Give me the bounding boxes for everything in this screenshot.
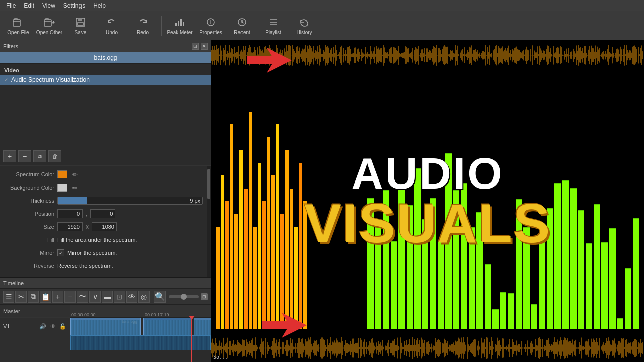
v1-track-icons: 🔊 👁 🔓 xyxy=(39,322,67,330)
history-button[interactable]: History xyxy=(289,13,319,39)
zoom-fit-button[interactable]: ⊡ xyxy=(201,293,208,300)
peak-meter-icon xyxy=(174,16,186,28)
filter-remove-button[interactable]: − xyxy=(18,150,31,162)
filters-header: Filters ⊡ ✕ xyxy=(0,40,211,52)
thickness-slider[interactable]: 9 px xyxy=(57,197,203,205)
orange-spectrum-bars xyxy=(211,68,312,334)
reverse-label: Reverse xyxy=(4,263,54,269)
timeline-cut-button[interactable]: ✂ xyxy=(15,291,26,303)
spectrum-color-label: Spectrum Color xyxy=(4,171,54,177)
timeline-add-button[interactable]: + xyxy=(52,291,63,303)
position-row: Position , xyxy=(0,207,207,220)
position-label: Position xyxy=(4,211,54,217)
clip-3-waveform xyxy=(194,320,211,335)
properties-button[interactable]: i Properties xyxy=(196,13,226,39)
size-w-input[interactable] xyxy=(57,222,83,231)
timeline-menu-button[interactable]: ☰ xyxy=(3,291,14,303)
recent-button[interactable]: Recent xyxy=(227,13,257,39)
properties-scrollbar[interactable] xyxy=(207,166,211,277)
timeline-copy-button[interactable]: ⧉ xyxy=(28,291,39,303)
timeline-sync-button[interactable]: ◎ xyxy=(138,291,149,303)
background-color-swatch[interactable] xyxy=(57,184,67,192)
clip-2[interactable] xyxy=(143,318,191,335)
playlist-button[interactable]: Playlist xyxy=(258,13,288,39)
mirror-row: Mirror ✓ Mirror the spectrum. xyxy=(0,246,207,259)
open-other-button[interactable]: Open Other xyxy=(34,13,64,39)
timeline-snap-button[interactable]: ⊡ xyxy=(114,291,125,303)
main-layout: Filters ⊡ ✕ bats.ogg Video ✓ Audio Spect… xyxy=(0,40,644,362)
clip-bats[interactable]: bats.ogg xyxy=(70,318,141,335)
playlist-icon xyxy=(267,16,279,28)
filter-category-video: Video xyxy=(0,66,211,75)
thickness-label: Thickness xyxy=(4,198,54,204)
size-h-input[interactable] xyxy=(92,222,117,231)
filter-actions: + − ⧉ 🗑 xyxy=(0,147,211,166)
menu-settings[interactable]: Settings xyxy=(59,1,89,10)
timeline-wave-button[interactable]: 〜 xyxy=(77,291,88,303)
properties-panel: Spectrum Color ✏ Background Color ✏ Thic… xyxy=(0,166,207,277)
preview-panel: AUDIO VISUALS So... xyxy=(211,40,644,362)
toolbar-separator-1 xyxy=(161,16,162,36)
master-track-label: Master xyxy=(0,305,70,318)
svg-rect-5 xyxy=(175,23,177,26)
filters-restore-button[interactable]: ⊡ xyxy=(192,43,199,50)
zoom-slider[interactable] xyxy=(169,295,199,298)
timeline-track-area: 00:00:00:00 00:00:17:19 00:00:35:13 00:0… xyxy=(70,305,211,362)
menu-file[interactable]: File xyxy=(2,1,20,10)
spectrum-color-row: Spectrum Color ✏ xyxy=(0,168,207,181)
timeline-clip-button[interactable]: ▬ xyxy=(102,291,113,303)
timeline: Timeline ☰ ✂ ⧉ 📋 + − 〜 ∨ ▬ ⊡ 👁 ◎ 🔍 xyxy=(0,277,211,362)
filter-list: Video ✓ Audio Spectrum Visualization xyxy=(0,64,211,147)
filter-delete-button[interactable]: 🗑 xyxy=(48,150,61,162)
timeline-header: Timeline xyxy=(0,278,211,289)
filter-add-button[interactable]: + xyxy=(3,150,16,162)
audio-waveform-track xyxy=(70,335,211,350)
playhead[interactable] xyxy=(191,318,192,362)
playlist-label: Playlist xyxy=(265,30,281,35)
mirror-checkbox[interactable]: ✓ xyxy=(57,249,64,256)
position-x-input[interactable] xyxy=(57,209,83,218)
timeline-remove-button[interactable]: − xyxy=(64,291,75,303)
svg-rect-8 xyxy=(183,22,184,26)
svg-rect-1 xyxy=(44,20,51,26)
spectrum-color-swatch[interactable] xyxy=(57,170,67,178)
filter-copy-button[interactable]: ⧉ xyxy=(33,150,46,162)
undo-button[interactable]: Undo xyxy=(97,13,127,39)
v1-eye-icon[interactable]: 👁 xyxy=(49,322,57,330)
background-color-row: Background Color ✏ xyxy=(0,181,207,194)
menu-help[interactable]: Help xyxy=(89,1,110,10)
position-separator: , xyxy=(86,210,87,217)
recent-icon xyxy=(236,16,248,28)
properties-label: Properties xyxy=(199,30,222,35)
filters-panel: Filters ⊡ ✕ bats.ogg Video ✓ Audio Spect… xyxy=(0,40,211,362)
size-row: Size x xyxy=(0,220,207,233)
fill-row: Fill Fill the area under the spectrum. xyxy=(0,233,207,246)
timeline-down-button[interactable]: ∨ xyxy=(89,291,100,303)
top-waveform xyxy=(211,40,644,70)
open-file-label: Open File xyxy=(7,30,29,35)
filter-item-audio-spectrum[interactable]: ✓ Audio Spectrum Visualization xyxy=(0,75,211,85)
timeline-ripple-button[interactable]: 👁 xyxy=(126,291,137,303)
background-color-eyedropper[interactable]: ✏ xyxy=(70,183,79,192)
save-button[interactable]: Save xyxy=(65,13,96,39)
peak-meter-button[interactable]: Peak Meter xyxy=(165,13,195,39)
open-file-button[interactable]: Open File xyxy=(3,13,33,39)
clip-3[interactable] xyxy=(194,318,211,335)
timeline-content: Master V1 🔊 👁 🔓 00:00:00:00 00: xyxy=(0,305,211,362)
v1-lock-icon[interactable]: 🔓 xyxy=(59,322,67,330)
filters-close-button[interactable]: ✕ xyxy=(201,43,208,50)
timeline-track-labels: Master V1 🔊 👁 🔓 xyxy=(0,305,70,362)
mirror-text: Mirror the spectrum. xyxy=(67,250,203,256)
green-spectrum-bars xyxy=(362,68,644,334)
redo-icon xyxy=(137,16,149,28)
spectrum-color-eyedropper[interactable]: ✏ xyxy=(70,170,79,179)
redo-button[interactable]: Redo xyxy=(128,13,158,39)
zoom-out-button[interactable]: 🔍 xyxy=(154,291,165,303)
svg-rect-3 xyxy=(78,18,82,21)
timeline-paste-button[interactable]: 📋 xyxy=(40,291,51,303)
menu-edit[interactable]: Edit xyxy=(20,1,38,10)
v1-audio-icon[interactable]: 🔊 xyxy=(39,322,47,330)
bottom-waveform xyxy=(211,334,644,362)
position-y-input[interactable] xyxy=(90,209,115,218)
menu-view[interactable]: View xyxy=(38,1,59,10)
